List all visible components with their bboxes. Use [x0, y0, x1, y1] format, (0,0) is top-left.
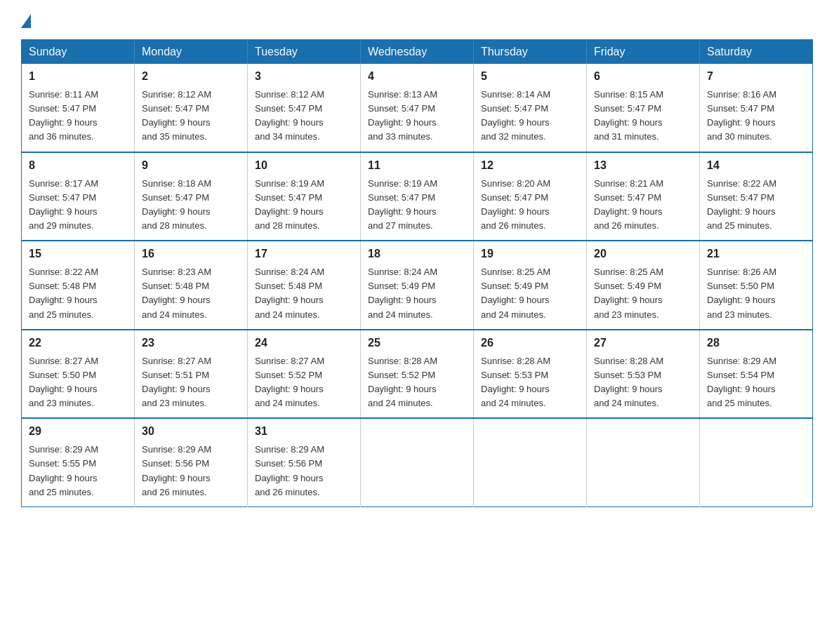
day-info: Sunrise: 8:11 AMSunset: 5:47 PMDaylight:… [29, 89, 98, 142]
day-info: Sunrise: 8:28 AMSunset: 5:52 PMDaylight:… [368, 356, 437, 408]
calendar-week-row: 15Sunrise: 8:22 AMSunset: 5:48 PMDayligh… [22, 241, 813, 330]
weekday-header-wednesday: Wednesday [361, 40, 474, 65]
day-info: Sunrise: 8:18 AMSunset: 5:47 PMDaylight:… [142, 178, 211, 231]
day-info: Sunrise: 8:28 AMSunset: 5:53 PMDaylight:… [481, 356, 550, 408]
day-number: 24 [255, 335, 353, 351]
calendar-cell: 15Sunrise: 8:22 AMSunset: 5:48 PMDayligh… [22, 241, 135, 330]
weekday-header-tuesday: Tuesday [248, 40, 361, 65]
day-info: Sunrise: 8:12 AMSunset: 5:47 PMDaylight:… [142, 89, 211, 142]
day-info: Sunrise: 8:29 AMSunset: 5:54 PMDaylight:… [707, 356, 776, 408]
calendar-cell: 22Sunrise: 8:27 AMSunset: 5:50 PMDayligh… [22, 330, 135, 419]
day-number: 25 [368, 335, 466, 351]
day-number: 5 [481, 68, 579, 85]
day-number: 2 [142, 68, 240, 85]
day-number: 17 [255, 246, 353, 262]
day-info: Sunrise: 8:27 AMSunset: 5:52 PMDaylight:… [255, 356, 324, 408]
day-info: Sunrise: 8:12 AMSunset: 5:47 PMDaylight:… [255, 89, 324, 142]
day-number: 1 [29, 68, 127, 85]
day-number: 20 [594, 246, 692, 262]
calendar-cell: 25Sunrise: 8:28 AMSunset: 5:52 PMDayligh… [361, 330, 474, 419]
day-info: Sunrise: 8:15 AMSunset: 5:47 PMDaylight:… [594, 89, 663, 142]
weekday-header-friday: Friday [587, 40, 700, 65]
logo [21, 14, 31, 25]
day-info: Sunrise: 8:22 AMSunset: 5:47 PMDaylight:… [707, 178, 776, 231]
calendar-cell: 9Sunrise: 8:18 AMSunset: 5:47 PMDaylight… [135, 152, 248, 241]
weekday-header-saturday: Saturday [700, 40, 813, 65]
calendar-cell: 18Sunrise: 8:24 AMSunset: 5:49 PMDayligh… [361, 241, 474, 330]
calendar-cell: 7Sunrise: 8:16 AMSunset: 5:47 PMDaylight… [700, 64, 813, 152]
calendar-cell: 26Sunrise: 8:28 AMSunset: 5:53 PMDayligh… [474, 330, 587, 419]
day-number: 27 [594, 335, 692, 351]
day-number: 3 [255, 68, 353, 85]
day-info: Sunrise: 8:29 AMSunset: 5:55 PMDaylight:… [29, 444, 98, 497]
day-number: 19 [481, 246, 579, 262]
calendar-cell: 17Sunrise: 8:24 AMSunset: 5:48 PMDayligh… [248, 241, 361, 330]
calendar-cell: 24Sunrise: 8:27 AMSunset: 5:52 PMDayligh… [248, 330, 361, 419]
calendar-cell: 20Sunrise: 8:25 AMSunset: 5:49 PMDayligh… [587, 241, 700, 330]
day-info: Sunrise: 8:27 AMSunset: 5:51 PMDaylight:… [142, 356, 211, 408]
day-number: 8 [29, 157, 127, 174]
calendar-cell: 19Sunrise: 8:25 AMSunset: 5:49 PMDayligh… [474, 241, 587, 330]
day-number: 14 [707, 157, 805, 174]
day-info: Sunrise: 8:19 AMSunset: 5:47 PMDaylight:… [255, 178, 324, 231]
calendar-cell: 8Sunrise: 8:17 AMSunset: 5:47 PMDaylight… [22, 152, 135, 241]
day-info: Sunrise: 8:24 AMSunset: 5:49 PMDaylight:… [368, 267, 437, 319]
day-number: 11 [368, 157, 466, 174]
calendar-cell: 12Sunrise: 8:20 AMSunset: 5:47 PMDayligh… [474, 152, 587, 241]
calendar-table: SundayMondayTuesdayWednesdayThursdayFrid… [21, 39, 813, 507]
day-number: 26 [481, 335, 579, 351]
day-number: 15 [29, 246, 127, 262]
calendar-cell: 16Sunrise: 8:23 AMSunset: 5:48 PMDayligh… [135, 241, 248, 330]
calendar-cell: 1Sunrise: 8:11 AMSunset: 5:47 PMDaylight… [22, 64, 135, 152]
calendar-cell: 23Sunrise: 8:27 AMSunset: 5:51 PMDayligh… [135, 330, 248, 419]
day-info: Sunrise: 8:20 AMSunset: 5:47 PMDaylight:… [481, 178, 550, 231]
calendar-cell [474, 418, 587, 507]
calendar-cell: 5Sunrise: 8:14 AMSunset: 5:47 PMDaylight… [474, 64, 587, 152]
calendar-cell: 3Sunrise: 8:12 AMSunset: 5:47 PMDaylight… [248, 64, 361, 152]
day-number: 12 [481, 157, 579, 174]
day-info: Sunrise: 8:21 AMSunset: 5:47 PMDaylight:… [594, 178, 663, 231]
calendar-cell: 4Sunrise: 8:13 AMSunset: 5:47 PMDaylight… [361, 64, 474, 152]
day-number: 23 [142, 335, 240, 351]
calendar-week-row: 22Sunrise: 8:27 AMSunset: 5:50 PMDayligh… [22, 330, 813, 419]
day-number: 18 [368, 246, 466, 262]
calendar-cell: 11Sunrise: 8:19 AMSunset: 5:47 PMDayligh… [361, 152, 474, 241]
day-number: 29 [29, 423, 127, 440]
day-info: Sunrise: 8:22 AMSunset: 5:48 PMDaylight:… [29, 267, 98, 319]
calendar-cell: 14Sunrise: 8:22 AMSunset: 5:47 PMDayligh… [700, 152, 813, 241]
day-number: 13 [594, 157, 692, 174]
weekday-header-monday: Monday [135, 40, 248, 65]
day-number: 4 [368, 68, 466, 85]
calendar-cell: 6Sunrise: 8:15 AMSunset: 5:47 PMDaylight… [587, 64, 700, 152]
day-number: 22 [29, 335, 127, 351]
day-info: Sunrise: 8:27 AMSunset: 5:50 PMDaylight:… [29, 356, 98, 408]
calendar-cell: 10Sunrise: 8:19 AMSunset: 5:47 PMDayligh… [248, 152, 361, 241]
calendar-cell: 27Sunrise: 8:28 AMSunset: 5:53 PMDayligh… [587, 330, 700, 419]
day-info: Sunrise: 8:14 AMSunset: 5:47 PMDaylight:… [481, 89, 550, 142]
calendar-header-row: SundayMondayTuesdayWednesdayThursdayFrid… [22, 40, 813, 65]
day-info: Sunrise: 8:23 AMSunset: 5:48 PMDaylight:… [142, 267, 211, 319]
day-number: 30 [142, 423, 240, 440]
day-info: Sunrise: 8:29 AMSunset: 5:56 PMDaylight:… [142, 444, 211, 497]
day-number: 21 [707, 246, 805, 262]
day-info: Sunrise: 8:25 AMSunset: 5:49 PMDaylight:… [481, 267, 550, 319]
day-info: Sunrise: 8:16 AMSunset: 5:47 PMDaylight:… [707, 89, 776, 142]
calendar-cell: 13Sunrise: 8:21 AMSunset: 5:47 PMDayligh… [587, 152, 700, 241]
day-info: Sunrise: 8:28 AMSunset: 5:53 PMDaylight:… [594, 356, 663, 408]
day-info: Sunrise: 8:25 AMSunset: 5:49 PMDaylight:… [594, 267, 663, 319]
calendar-week-row: 1Sunrise: 8:11 AMSunset: 5:47 PMDaylight… [22, 64, 813, 152]
day-info: Sunrise: 8:19 AMSunset: 5:47 PMDaylight:… [368, 178, 437, 231]
calendar-cell: 28Sunrise: 8:29 AMSunset: 5:54 PMDayligh… [700, 330, 813, 419]
calendar-cell: 2Sunrise: 8:12 AMSunset: 5:47 PMDaylight… [135, 64, 248, 152]
day-info: Sunrise: 8:26 AMSunset: 5:50 PMDaylight:… [707, 267, 776, 319]
day-info: Sunrise: 8:13 AMSunset: 5:47 PMDaylight:… [368, 89, 437, 142]
day-number: 7 [707, 68, 805, 85]
day-info: Sunrise: 8:17 AMSunset: 5:47 PMDaylight:… [29, 178, 98, 231]
calendar-cell [361, 418, 474, 507]
day-number: 10 [255, 157, 353, 174]
calendar-week-row: 29Sunrise: 8:29 AMSunset: 5:55 PMDayligh… [22, 418, 813, 507]
day-info: Sunrise: 8:24 AMSunset: 5:48 PMDaylight:… [255, 267, 324, 319]
logo-arrow-icon [21, 14, 31, 28]
day-number: 9 [142, 157, 240, 174]
calendar-cell: 29Sunrise: 8:29 AMSunset: 5:55 PMDayligh… [22, 418, 135, 507]
